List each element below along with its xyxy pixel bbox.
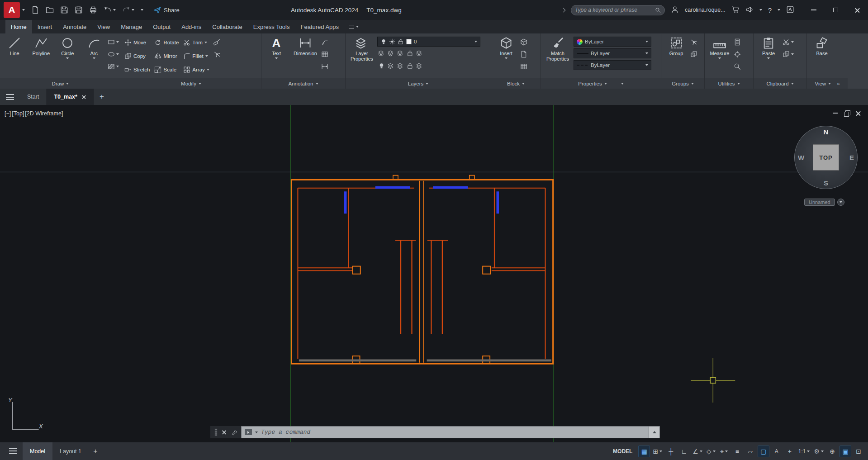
viewport-menu-control[interactable]: [−] — [5, 110, 11, 117]
clipboard-panel-label[interactable]: Clipboard — [754, 78, 806, 89]
file-tab-document[interactable]: T0_max* — [47, 89, 94, 105]
copy-clip-button[interactable] — [783, 49, 794, 60]
viewport-minimize-icon[interactable] — [833, 113, 838, 114]
search-icon[interactable] — [655, 7, 661, 13]
new-drawing-tab-button[interactable]: + — [94, 89, 109, 105]
leader-button[interactable] — [321, 37, 328, 47]
cut-button[interactable] — [783, 37, 794, 47]
ribbon-display-toggle[interactable] — [349, 20, 359, 33]
lineweight-display-toggle[interactable]: ≡ — [731, 446, 743, 457]
redo-button[interactable] — [122, 6, 134, 14]
viewcube-south[interactable]: S — [824, 179, 828, 187]
recent-commands-icon[interactable] — [245, 429, 252, 435]
recent-commands-caret-icon[interactable] — [255, 432, 258, 433]
app-menu-caret-icon[interactable] — [22, 9, 25, 11]
viewcube-east[interactable]: E — [849, 154, 854, 161]
object-snap-toggle[interactable]: ⌖ — [718, 446, 730, 457]
close-button[interactable] — [846, 0, 868, 20]
layout-menu-button[interactable] — [4, 442, 23, 460]
layer-combo[interactable]: 0 — [377, 37, 480, 47]
quick-select-button[interactable] — [734, 61, 741, 72]
rotate-button[interactable]: Rotate — [153, 39, 180, 46]
redo-caret-icon[interactable] — [132, 9, 134, 11]
command-line-grip[interactable] — [214, 428, 218, 436]
erase-button[interactable] — [213, 37, 221, 47]
clean-screen-toggle[interactable]: ⊡ — [853, 446, 864, 457]
username[interactable]: carolina.roque... — [685, 7, 726, 13]
autodesk-access-icon[interactable] — [786, 5, 794, 15]
selection-cycling-toggle[interactable]: ▢ — [758, 446, 769, 457]
hatch-button[interactable] — [108, 61, 119, 72]
minimize-button[interactable] — [803, 0, 825, 20]
isometric-drafting-toggle[interactable]: ◇ — [705, 446, 717, 457]
rectangle-button[interactable] — [108, 37, 119, 47]
plot-button[interactable] — [89, 6, 97, 14]
annotation-panel-label[interactable]: Annotation — [261, 78, 345, 89]
layer-isolate-button[interactable] — [388, 50, 394, 58]
user-avatar-icon[interactable] — [671, 5, 679, 15]
ribbon-overflow-button[interactable]: » — [837, 81, 840, 86]
grid-display-toggle[interactable]: ▦ — [638, 446, 650, 457]
layer-on-button[interactable] — [378, 62, 385, 71]
arc-button[interactable]: Arc — [81, 35, 107, 78]
polar-tracking-toggle[interactable]: ∠ — [691, 446, 704, 457]
layout1-tab[interactable]: Layout 1 — [52, 442, 89, 460]
help-caret-icon[interactable] — [778, 9, 780, 11]
undo-caret-icon[interactable] — [113, 9, 116, 11]
command-close-icon[interactable] — [222, 430, 226, 434]
save-as-button[interactable] — [75, 6, 83, 14]
model-tab[interactable]: Model — [23, 442, 52, 460]
notifications-caret-icon[interactable] — [759, 9, 762, 11]
layer-thaw-button[interactable] — [397, 62, 404, 71]
notifications-icon[interactable] — [745, 5, 754, 15]
layer-properties-button[interactable]: Layer Properties — [347, 35, 376, 78]
search-collapse-chevron-icon[interactable] — [561, 8, 566, 12]
write-block-button[interactable] — [520, 49, 527, 60]
customize-qat-caret-icon[interactable] — [141, 9, 143, 11]
app-logo[interactable]: A — [4, 2, 20, 18]
tab-output[interactable]: Output — [147, 20, 176, 33]
tab-express-tools[interactable]: Express Tools — [248, 20, 295, 33]
group-button[interactable]: Group — [663, 35, 689, 78]
utilities-panel-label[interactable]: Utilities — [705, 78, 753, 89]
make-current-button[interactable] — [416, 50, 423, 58]
mirror-button[interactable]: Mirror — [153, 52, 180, 60]
viewcube-top-face[interactable]: TOP — [813, 144, 839, 171]
stretch-button[interactable]: Stretch — [123, 66, 151, 73]
block-panel-label[interactable]: Block — [491, 78, 541, 89]
model-space-canvas[interactable]: [−] [Top] [2D Wireframe] N S W E TOP Unn… — [0, 105, 868, 442]
create-block-button[interactable] — [520, 37, 527, 47]
ortho-mode-toggle[interactable]: ∟ — [678, 446, 690, 457]
close-tab-icon[interactable] — [82, 95, 86, 99]
insert-button[interactable]: Insert — [493, 35, 519, 78]
command-history-button[interactable] — [649, 426, 660, 438]
groups-panel-label[interactable]: Groups — [661, 78, 704, 89]
tab-insert[interactable]: Insert — [32, 20, 58, 33]
hardware-acceleration-toggle[interactable]: ▣ — [840, 446, 851, 457]
dimension-style-button[interactable] — [321, 61, 328, 72]
file-tab-menu-button[interactable] — [0, 89, 20, 105]
workspace-settings-button[interactable]: ⚙ — [812, 446, 825, 457]
model-space-badge[interactable]: MODEL — [608, 448, 637, 455]
group-edit-button[interactable] — [690, 49, 697, 60]
isolate-objects-button[interactable]: ⊕ — [826, 446, 838, 457]
table-button[interactable] — [321, 49, 328, 60]
viewport-view-control[interactable]: [Top] — [12, 110, 24, 117]
annotation-autoscale-toggle[interactable]: + — [784, 446, 796, 457]
move-button[interactable]: Move — [123, 39, 151, 46]
lineweight-combo[interactable]: ByLayer — [574, 48, 651, 58]
help-button[interactable]: ? — [768, 6, 772, 14]
open-file-button[interactable] — [46, 6, 54, 14]
ucs-dropdown-button[interactable] — [837, 199, 844, 206]
modify-panel-label[interactable]: Modify — [121, 78, 261, 89]
properties-panel-label[interactable]: Properties — [541, 78, 661, 89]
ellipse-button[interactable] — [108, 49, 119, 60]
measure-button[interactable]: Measure — [707, 35, 733, 78]
fillet-button[interactable]: Fillet — [182, 52, 210, 60]
viewcube[interactable]: N S W E TOP — [794, 126, 858, 189]
object-color-combo[interactable]: ByLayer — [574, 37, 651, 47]
cart-icon[interactable] — [731, 5, 740, 15]
draw-panel-label[interactable]: Draw — [0, 78, 121, 89]
share-button[interactable]: Share — [153, 6, 180, 14]
tab-home[interactable]: Home — [5, 20, 32, 33]
